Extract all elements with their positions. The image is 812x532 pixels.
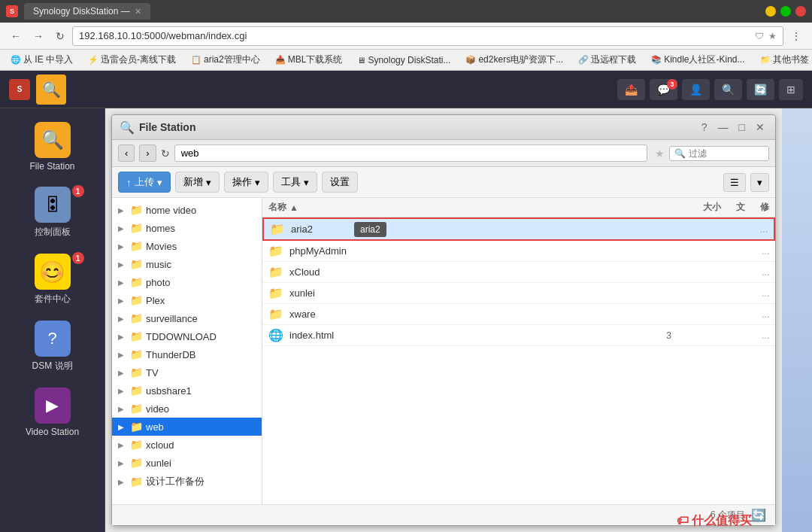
bookmark-mbl[interactable]: 📥 MBL下载系统: [271, 52, 347, 68]
fs-minimize-btn[interactable]: —: [715, 120, 732, 135]
tree-item-music[interactable]: ▶ 📁 music: [112, 255, 262, 273]
tools-btn[interactable]: 工具 ▾: [273, 172, 317, 193]
file-row-index-html[interactable]: 🌐 index.html 3 ...: [262, 325, 775, 346]
fs-filter-input[interactable]: [689, 148, 764, 159]
notification-btn[interactable]: 💬 3: [650, 79, 677, 100]
header-right-cols: 大小 文 修: [703, 201, 769, 214]
folder-icon: 📁: [268, 307, 283, 321]
file-station-tab[interactable]: 🔍: [36, 74, 66, 105]
tree-item-tv[interactable]: ▶ 📁 TV: [112, 363, 262, 382]
bookmark-icon: 🖥: [357, 56, 365, 65]
sidebar-item-file-station[interactable]: 🔍 File Station: [8, 116, 98, 178]
folder-icon: 📁: [130, 240, 143, 252]
fs-path-input[interactable]: [174, 144, 647, 162]
upload-icon-btn[interactable]: 📤: [617, 79, 645, 100]
tree-arrow: ▶: [118, 478, 127, 486]
bookmark-label: 从 IE 中导入: [23, 53, 73, 66]
tree-item-surveillance[interactable]: ▶ 📁 surveillance: [112, 309, 262, 327]
grid-btn[interactable]: ⊞: [779, 79, 803, 100]
file-row-xcloud[interactable]: 📁 xCloud ...: [262, 262, 775, 283]
file-row-xware[interactable]: 📁 xware ...: [262, 304, 775, 325]
tree-arrow: ▶: [118, 369, 127, 377]
file-cols: ...: [679, 267, 769, 278]
tree-item-plex[interactable]: ▶ 📁 Plex: [112, 291, 262, 309]
fs-address-bar: ‹ › ↻ ★ 🔍: [112, 140, 775, 167]
more-btn[interactable]: ⋮: [786, 27, 806, 45]
sidebar-item-dsm-help[interactable]: ? DSM 说明: [8, 315, 98, 378]
user-btn[interactable]: 👤: [682, 79, 710, 100]
header-name-col: 名称 ▲: [268, 201, 703, 214]
maximize-btn[interactable]: □: [780, 6, 791, 17]
tree-item-movies[interactable]: ▶ 📁 Movies: [112, 237, 262, 255]
bookmark-other[interactable]: 📁 其他书签: [756, 52, 812, 68]
upload-btn[interactable]: ↑ 上传 ▾: [118, 172, 171, 193]
sidebar-item-video-station[interactable]: ▶ Video Station: [8, 382, 98, 443]
tree-item-usbshare1[interactable]: ▶ 📁 usbshare1: [112, 382, 262, 400]
fs-refresh-btn[interactable]: ↻: [161, 147, 170, 160]
ds-app-tabs: 🔍: [36, 74, 66, 105]
bookmark-kindle[interactable]: 📚 Kindle人社区-Kind...: [647, 52, 749, 68]
tree-item-home-video[interactable]: ▶ 📁 home video: [112, 201, 262, 219]
upload-dropdown-icon: ▾: [157, 177, 162, 188]
address-input[interactable]: [79, 30, 755, 41]
tree-arrow: ▶: [118, 206, 127, 214]
bookmark-ed2k[interactable]: 📦 ed2kers电驴资源下...: [461, 52, 568, 68]
refresh-top-btn[interactable]: 🔄: [747, 79, 774, 100]
header-size-col: 大小: [703, 201, 721, 214]
back-btn[interactable]: ←: [6, 27, 26, 45]
watermark: 🏷 什么值得买: [677, 513, 752, 529]
folder-icon: 📁: [130, 348, 143, 360]
tab-close-btn[interactable]: ✕: [135, 7, 141, 17]
bookmark-ie[interactable]: 🌐 从 IE 中导入: [6, 52, 77, 68]
sidebar-item-package-center[interactable]: 😊 套件中心 1: [8, 248, 98, 312]
ds-logo-area: S 🔍: [9, 74, 66, 105]
view-dropdown-btn[interactable]: ▾: [750, 173, 769, 192]
browser-tab[interactable]: Synology DiskStation — ✕: [24, 3, 150, 20]
action-btn[interactable]: 操作 ▾: [224, 172, 268, 193]
file-name: xCloud: [289, 266, 679, 278]
sidebar-item-control-panel[interactable]: 🎛 控制面板 1: [8, 181, 98, 245]
fs-help-btn[interactable]: ?: [698, 120, 710, 135]
tree-item-xcloud[interactable]: ▶ 📁 xcloud: [112, 436, 262, 454]
upload-label: 上传: [135, 175, 154, 189]
close-btn[interactable]: ✕: [795, 6, 806, 17]
search-btn[interactable]: 🔍: [714, 79, 742, 100]
fs-title-bar: 🔍 File Station ? — □ ✕: [112, 115, 775, 140]
tools-dropdown-icon: ▾: [304, 177, 309, 188]
tree-item-photo[interactable]: ▶ 📁 photo: [112, 273, 262, 291]
forward-btn[interactable]: →: [29, 27, 48, 45]
list-view-btn[interactable]: ☰: [723, 173, 746, 192]
tree-item-tddownload[interactable]: ▶ 📁 TDDOWNLOAD: [112, 327, 262, 345]
file-row-xunlei[interactable]: 📁 xunlei ...: [262, 283, 775, 304]
file-row-aria2[interactable]: 📁 aria2 ... aria2: [262, 217, 775, 241]
tree-item-video[interactable]: ▶ 📁 video: [112, 400, 262, 418]
fs-restore-btn[interactable]: □: [736, 120, 748, 135]
reload-btn[interactable]: ↻: [51, 27, 69, 45]
bookmark-aria2[interactable]: 📋 aria2管理中心: [186, 52, 265, 68]
bookmark-remote[interactable]: 🔗 迅远程下载: [574, 52, 641, 68]
file-row-phpmyadmin[interactable]: 📁 phpMyAdmin ...: [262, 241, 775, 262]
bookmark-synology[interactable]: 🖥 Synology DiskStati...: [353, 53, 455, 67]
ds-top-icons: 📤 💬 3 👤 🔍 🔄 ⊞: [617, 79, 803, 100]
tree-item-thunderdb[interactable]: ▶ 📁 ThunderDB: [112, 345, 262, 363]
new-btn[interactable]: 新增 ▾: [175, 172, 220, 193]
tree-item-web[interactable]: ▶ 📁 web: [112, 418, 262, 436]
tree-item-xunlei[interactable]: ▶ 📁 xunlei: [112, 454, 262, 472]
tree-label: homes: [146, 223, 175, 234]
fs-filter-search-icon: 🔍: [674, 148, 686, 159]
tree-label: TV: [146, 367, 159, 378]
star-icon[interactable]: ★: [768, 31, 777, 41]
minimize-btn[interactable]: —: [765, 6, 776, 17]
status-refresh-btn[interactable]: 🔄: [751, 508, 766, 522]
fs-star-btn[interactable]: ★: [655, 147, 665, 160]
tree-item-design-backup[interactable]: ▶ 📁 设计工作备份: [112, 472, 262, 491]
fs-back-btn[interactable]: ‹: [118, 144, 135, 162]
bookmark-icon: 📦: [465, 55, 476, 65]
settings-btn[interactable]: 设置: [322, 172, 358, 193]
file-size: 3: [666, 330, 671, 341]
tree-item-homes[interactable]: ▶ 📁 homes: [112, 219, 262, 237]
fs-forward-btn[interactable]: ›: [139, 144, 156, 162]
bookmark-thunder[interactable]: ⚡ 迅雷会员-离线下载: [83, 52, 180, 68]
fs-close-btn[interactable]: ✕: [753, 120, 768, 135]
folder-icon: 📁: [130, 457, 143, 469]
